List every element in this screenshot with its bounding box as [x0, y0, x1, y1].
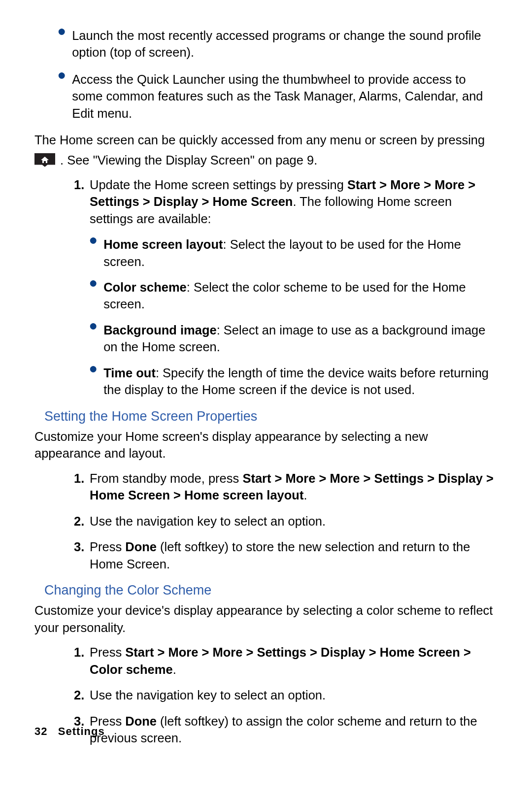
heading-setting-home-screen-properties: Setting the Home Screen Properties [44, 407, 498, 425]
list-item: ● Access the Quick Launcher using the th… [57, 71, 498, 122]
ordered-list-3: 1. Press Start > More > More > Settings … [74, 644, 498, 746]
list-item: ● Launch the most recently accessed prog… [57, 27, 498, 61]
step-number: 3. [74, 538, 90, 555]
section2-para: Customize your Home screen's display app… [34, 428, 498, 462]
step-3: 3. Press Done (left softkey) to store th… [74, 538, 498, 572]
list-item: ● Color scheme: Select the color scheme … [89, 279, 498, 313]
step-number: 1. [74, 176, 90, 193]
step-1: 1. Update the Home screen settings by pr… [74, 176, 498, 227]
home-key-icon [34, 153, 55, 167]
bullet-icon: ● [57, 27, 66, 35]
list-item: ● Background image: Select an image to u… [89, 322, 498, 356]
step-2: 2. Use the navigation key to select an o… [74, 687, 498, 703]
ordered-list-2: 1. From standby mode, press Start > More… [74, 470, 498, 572]
bullet-icon: ● [89, 365, 98, 372]
bullet-icon: ● [89, 322, 98, 330]
step-text: Press Done (left softkey) to assign the … [90, 713, 498, 747]
step-1: 1. From standby mode, press Start > More… [74, 470, 498, 504]
list-item: ● Home screen layout: Select the layout … [89, 236, 498, 270]
step-text: Use the navigation key to select an opti… [90, 513, 498, 530]
step-1: 1. Press Start > More > More > Settings … [74, 644, 498, 678]
step-text: Press Done (left softkey) to store the n… [90, 538, 498, 572]
page-footer: 32 Settings [34, 724, 105, 739]
list-item: ● Time out: Specify the length of time t… [89, 365, 498, 399]
para-home-access-2: . See "Viewing the Display Screen" on pa… [34, 152, 498, 168]
ordered-list-1: 1. Update the Home screen settings by pr… [74, 176, 498, 399]
bullet-text: Launch the most recently accessed progra… [72, 27, 498, 61]
step-number: 2. [74, 687, 90, 703]
step-2: 2. Use the navigation key to select an o… [74, 513, 498, 530]
para-home-access-1: The Home screen can be quickly accessed … [34, 132, 498, 148]
footer-section: Settings [58, 725, 105, 737]
step-text: Use the navigation key to select an opti… [90, 687, 498, 703]
step-text: From standby mode, press Start > More > … [90, 470, 498, 504]
step-number: 2. [74, 513, 90, 530]
section3-para: Customize your device's display appearan… [34, 602, 498, 636]
bullet-icon: ● [89, 279, 98, 287]
step-text: Update the Home screen settings by press… [90, 176, 498, 227]
bullet-icon: ● [89, 236, 98, 244]
heading-changing-color-scheme: Changing the Color Scheme [44, 581, 498, 599]
page-number: 32 [34, 725, 47, 737]
page: ● Launch the most recently accessed prog… [0, 0, 532, 798]
bullet-icon: ● [57, 71, 66, 79]
step-3: 3. Press Done (left softkey) to assign t… [74, 713, 498, 747]
bullet-text: Access the Quick Launcher using the thum… [72, 71, 498, 122]
intro-bullets: ● Launch the most recently accessed prog… [57, 27, 498, 122]
sub-bullets: ● Home screen layout: Select the layout … [89, 236, 498, 398]
step-number: 1. [74, 470, 90, 487]
step-number: 1. [74, 644, 90, 661]
step-text: Press Start > More > More > Settings > D… [90, 644, 498, 678]
para-home-access-text: . See "Viewing the Display Screen" on pa… [60, 152, 317, 168]
